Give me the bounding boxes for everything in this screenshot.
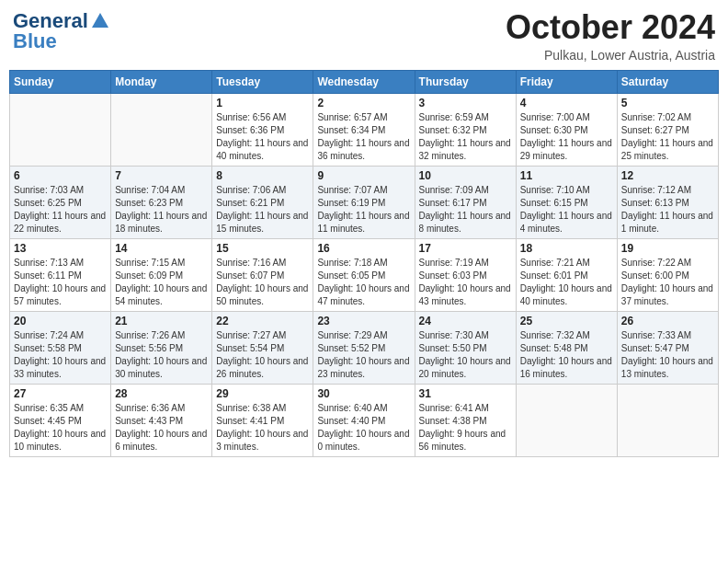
month-title: October 2024 [506,9,715,46]
weekday-header: Wednesday [313,70,415,93]
logo-blue: Blue [13,29,57,53]
calendar-week-row: 1Sunrise: 6:56 AMSunset: 6:36 PMDaylight… [10,93,719,166]
day-info: Sunrise: 6:35 AMSunset: 4:45 PMDaylight:… [14,402,107,454]
calendar-day-cell: 22Sunrise: 7:27 AMSunset: 5:54 PMDayligh… [212,311,313,384]
day-info: Sunrise: 7:26 AMSunset: 5:56 PMDaylight:… [115,329,208,381]
day-info: Sunrise: 7:33 AMSunset: 5:47 PMDaylight:… [621,329,714,381]
day-number: 2 [317,97,410,109]
day-info: Sunrise: 7:30 AMSunset: 5:50 PMDaylight:… [419,329,512,381]
calendar-day-cell: 18Sunrise: 7:21 AMSunset: 6:01 PMDayligh… [516,238,617,311]
calendar-table: SundayMondayTuesdayWednesdayThursdayFrid… [9,70,719,457]
day-info: Sunrise: 7:24 AMSunset: 5:58 PMDaylight:… [14,329,107,381]
calendar-day-cell: 8Sunrise: 7:06 AMSunset: 6:21 PMDaylight… [212,166,313,238]
day-info: Sunrise: 6:40 AMSunset: 4:40 PMDaylight:… [317,402,410,454]
calendar-day-cell [617,384,718,456]
calendar-day-cell: 4Sunrise: 7:00 AMSunset: 6:30 PMDaylight… [516,93,617,166]
day-number: 16 [317,242,410,255]
day-number: 24 [419,315,512,327]
location-subtitle: Pulkau, Lower Austria, Austria [506,48,715,63]
calendar-day-cell: 6Sunrise: 7:03 AMSunset: 6:25 PMDaylight… [10,166,111,238]
calendar-week-row: 27Sunrise: 6:35 AMSunset: 4:45 PMDayligh… [10,384,719,456]
day-info: Sunrise: 6:59 AMSunset: 6:32 PMDaylight:… [419,111,512,163]
calendar-day-cell: 3Sunrise: 6:59 AMSunset: 6:32 PMDaylight… [415,93,516,166]
day-number: 5 [621,97,714,109]
day-number: 17 [419,242,512,255]
calendar-day-cell: 20Sunrise: 7:24 AMSunset: 5:58 PMDayligh… [10,311,111,384]
day-number: 11 [520,169,613,182]
day-number: 21 [115,315,208,327]
day-number: 7 [115,169,208,182]
day-info: Sunrise: 7:29 AMSunset: 5:52 PMDaylight:… [317,329,410,381]
page-header: General Blue October 2024 Pulkau, Lower … [9,9,719,63]
calendar-day-cell: 1Sunrise: 6:56 AMSunset: 6:36 PMDaylight… [212,93,313,166]
calendar-day-cell: 12Sunrise: 7:12 AMSunset: 6:13 PMDayligh… [617,166,718,238]
day-number: 30 [317,387,410,400]
day-number: 4 [520,97,613,109]
day-info: Sunrise: 7:16 AMSunset: 6:07 PMDaylight:… [216,257,309,308]
calendar-day-cell: 24Sunrise: 7:30 AMSunset: 5:50 PMDayligh… [415,311,516,384]
calendar-week-row: 13Sunrise: 7:13 AMSunset: 6:11 PMDayligh… [10,238,719,311]
calendar-day-cell [10,93,111,166]
day-number: 20 [14,315,107,327]
day-number: 18 [520,242,613,255]
calendar-week-row: 20Sunrise: 7:24 AMSunset: 5:58 PMDayligh… [10,311,719,384]
calendar-day-cell [516,384,617,456]
day-number: 6 [14,169,107,182]
calendar-day-cell: 30Sunrise: 6:40 AMSunset: 4:40 PMDayligh… [313,384,415,456]
weekday-header: Friday [516,70,617,93]
weekday-header: Monday [111,70,212,93]
day-number: 12 [621,169,714,182]
day-info: Sunrise: 7:07 AMSunset: 6:19 PMDaylight:… [317,184,410,236]
day-info: Sunrise: 7:10 AMSunset: 6:15 PMDaylight:… [520,184,613,236]
day-info: Sunrise: 6:56 AMSunset: 6:36 PMDaylight:… [216,111,309,163]
day-info: Sunrise: 7:00 AMSunset: 6:30 PMDaylight:… [520,111,613,163]
day-info: Sunrise: 7:27 AMSunset: 5:54 PMDaylight:… [216,329,309,381]
svg-marker-0 [92,13,108,28]
day-number: 8 [216,169,309,182]
weekday-header: Thursday [415,70,516,93]
calendar-day-cell: 11Sunrise: 7:10 AMSunset: 6:15 PMDayligh… [516,166,617,238]
day-info: Sunrise: 7:21 AMSunset: 6:01 PMDaylight:… [520,257,613,308]
day-info: Sunrise: 7:12 AMSunset: 6:13 PMDaylight:… [621,184,714,236]
logo-icon [90,11,110,31]
day-number: 15 [216,242,309,255]
day-info: Sunrise: 7:15 AMSunset: 6:09 PMDaylight:… [115,257,208,308]
calendar-day-cell: 26Sunrise: 7:33 AMSunset: 5:47 PMDayligh… [617,311,718,384]
calendar-day-cell: 14Sunrise: 7:15 AMSunset: 6:09 PMDayligh… [111,238,212,311]
calendar-day-cell: 31Sunrise: 6:41 AMSunset: 4:38 PMDayligh… [415,384,516,456]
day-info: Sunrise: 6:36 AMSunset: 4:43 PMDaylight:… [115,402,208,454]
day-number: 3 [419,97,512,109]
day-info: Sunrise: 7:04 AMSunset: 6:23 PMDaylight:… [115,184,208,236]
day-number: 31 [419,387,512,400]
calendar-day-cell: 13Sunrise: 7:13 AMSunset: 6:11 PMDayligh… [10,238,111,311]
day-number: 1 [216,97,309,109]
day-number: 10 [419,169,512,182]
day-info: Sunrise: 7:06 AMSunset: 6:21 PMDaylight:… [216,184,309,236]
day-info: Sunrise: 7:02 AMSunset: 6:27 PMDaylight:… [621,111,714,163]
day-info: Sunrise: 7:13 AMSunset: 6:11 PMDaylight:… [14,257,107,308]
calendar-day-cell: 23Sunrise: 7:29 AMSunset: 5:52 PMDayligh… [313,311,415,384]
calendar-day-cell: 16Sunrise: 7:18 AMSunset: 6:05 PMDayligh… [313,238,415,311]
weekday-header: Saturday [617,70,718,93]
calendar-day-cell: 27Sunrise: 6:35 AMSunset: 4:45 PMDayligh… [10,384,111,456]
day-info: Sunrise: 6:41 AMSunset: 4:38 PMDaylight:… [419,402,512,454]
calendar-day-cell: 21Sunrise: 7:26 AMSunset: 5:56 PMDayligh… [111,311,212,384]
day-number: 23 [317,315,410,327]
day-number: 9 [317,169,410,182]
calendar-day-cell: 9Sunrise: 7:07 AMSunset: 6:19 PMDaylight… [313,166,415,238]
calendar-week-row: 6Sunrise: 7:03 AMSunset: 6:25 PMDaylight… [10,166,719,238]
day-info: Sunrise: 7:19 AMSunset: 6:03 PMDaylight:… [419,257,512,308]
day-number: 19 [621,242,714,255]
day-number: 13 [14,242,107,255]
calendar-day-cell: 25Sunrise: 7:32 AMSunset: 5:48 PMDayligh… [516,311,617,384]
day-number: 27 [14,387,107,400]
day-info: Sunrise: 7:18 AMSunset: 6:05 PMDaylight:… [317,257,410,308]
day-info: Sunrise: 7:09 AMSunset: 6:17 PMDaylight:… [419,184,512,236]
calendar-header-row: SundayMondayTuesdayWednesdayThursdayFrid… [10,70,719,93]
calendar-day-cell: 5Sunrise: 7:02 AMSunset: 6:27 PMDaylight… [617,93,718,166]
day-info: Sunrise: 7:22 AMSunset: 6:00 PMDaylight:… [621,257,714,308]
calendar-day-cell: 28Sunrise: 6:36 AMSunset: 4:43 PMDayligh… [111,384,212,456]
logo: General Blue [13,9,110,53]
calendar-day-cell: 17Sunrise: 7:19 AMSunset: 6:03 PMDayligh… [415,238,516,311]
day-number: 25 [520,315,613,327]
